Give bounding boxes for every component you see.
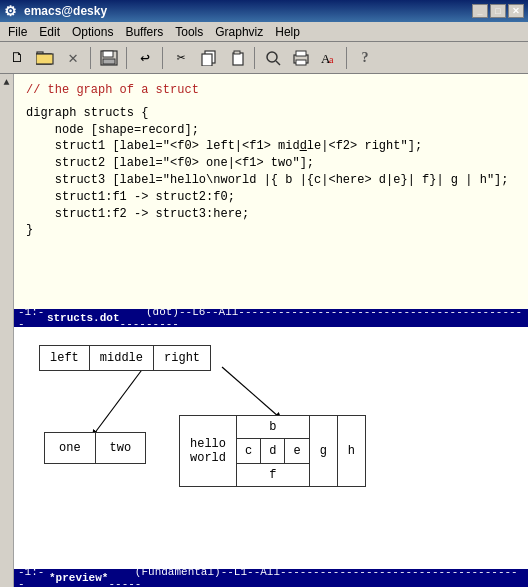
scroll-up-arrow[interactable]: ▲ <box>3 76 9 90</box>
help-button[interactable]: ? <box>352 45 378 71</box>
struct3-c: c <box>237 439 261 463</box>
struct2-table: one two <box>44 432 146 464</box>
code-line-8: } <box>26 222 516 239</box>
code-line-7: struct1:f2 -> struct3:here; <box>26 206 516 223</box>
code-line-4: struct2 [label="<f0> one|<f1> two"]; <box>26 155 516 172</box>
undo-button[interactable]: ↩ <box>132 45 158 71</box>
window-title: emacs@desky <box>24 4 107 18</box>
cut-button[interactable]: ✂ <box>168 45 194 71</box>
struct3-e: e <box>285 439 308 463</box>
svg-line-11 <box>276 61 280 65</box>
struct3-f-row: f <box>237 464 309 486</box>
menu-buffers[interactable]: Buffers <box>119 23 169 41</box>
modeline-bottom: -1:-- *preview* (Fundamental)--L1--All--… <box>14 569 528 587</box>
code-line-2: node [shape=record]; <box>26 122 516 139</box>
svg-line-17 <box>94 367 144 434</box>
svg-rect-9 <box>234 51 240 54</box>
code-line-5: struct3 [label="hello\nworld |{ b |{c|<h… <box>26 172 516 189</box>
struct3-container: helloworld b c d e <box>179 415 366 487</box>
code-line-3: struct1 [label="<f0> left|<f1> middle|<f… <box>26 138 516 155</box>
struct3-d: d <box>261 439 285 463</box>
maximize-button[interactable]: □ <box>490 4 506 18</box>
modeline-bottom-mode: (Fundamental)--L1--All------------------… <box>108 566 524 587</box>
new-file-button[interactable]: 🗋 <box>4 45 30 71</box>
open-file-button[interactable] <box>32 45 58 71</box>
search-button[interactable] <box>260 45 286 71</box>
toolbar-sep-1 <box>90 47 92 69</box>
modeline-top: -1:-- structs.dot (dot)--L6--All--------… <box>14 309 528 327</box>
struct3-h: h <box>338 416 365 486</box>
window-controls: _ □ ✕ <box>472 4 524 18</box>
modeline-bottom-position: -1:-- <box>18 566 49 587</box>
left-gutter: ▲ <box>0 74 14 587</box>
copy-button[interactable] <box>196 45 222 71</box>
struct3-b-row: b <box>237 416 309 439</box>
struct3-nested: b c d e f <box>237 416 310 486</box>
titlebar: ⚙ emacs@desky _ □ ✕ <box>0 0 528 22</box>
paste-button[interactable] <box>224 45 250 71</box>
svg-rect-13 <box>296 51 306 56</box>
menu-options[interactable]: Options <box>66 23 119 41</box>
code-line-1: digraph structs { <box>26 105 516 122</box>
struct3-cde-row: c d e <box>237 439 309 464</box>
svg-rect-2 <box>36 54 53 64</box>
close-file-button[interactable]: ✕ <box>60 45 86 71</box>
struct1-left: left <box>40 346 90 371</box>
code-comment: // the graph of a struct <box>26 82 516 99</box>
svg-rect-5 <box>103 59 115 64</box>
modeline-bottom-filename: *preview* <box>49 572 108 584</box>
menu-graphviz[interactable]: Graphviz <box>209 23 269 41</box>
struct2-one: one <box>45 433 96 464</box>
struct2-two: two <box>95 433 146 464</box>
svg-rect-14 <box>296 60 306 65</box>
struct1-table: left middle right <box>39 345 211 371</box>
app-icon: ⚙ <box>4 3 20 19</box>
menu-help[interactable]: Help <box>269 23 306 41</box>
struct1-right: right <box>154 346 211 371</box>
close-button[interactable]: ✕ <box>508 4 524 18</box>
svg-rect-7 <box>202 54 212 66</box>
modeline-top-filename: structs.dot <box>47 312 120 324</box>
graph-area: left middle right one two <box>24 337 518 559</box>
struct3-g: g <box>310 416 338 486</box>
struct3-helloworld: helloworld <box>180 416 237 486</box>
main-area: ▲ // the graph of a struct digraph struc… <box>0 74 528 587</box>
save-button[interactable] <box>96 45 122 71</box>
toolbar-sep-2 <box>126 47 128 69</box>
struct3-f: f <box>247 464 298 486</box>
svg-rect-8 <box>233 53 243 65</box>
toolbar-sep-4 <box>254 47 256 69</box>
toolbar: 🗋 ✕ ↩ ✂ Aa ? <box>0 42 528 74</box>
svg-point-10 <box>267 52 277 62</box>
editor-panels: // the graph of a struct digraph structs… <box>14 74 528 587</box>
spell-button[interactable]: Aa <box>316 45 342 71</box>
menubar: File Edit Options Buffers Tools Graphviz… <box>0 22 528 42</box>
menu-file[interactable]: File <box>2 23 33 41</box>
print-button[interactable] <box>288 45 314 71</box>
svg-line-18 <box>222 367 279 417</box>
menu-tools[interactable]: Tools <box>169 23 209 41</box>
menu-edit[interactable]: Edit <box>33 23 66 41</box>
code-line-6: struct1:f1 -> struct2:f0; <box>26 189 516 206</box>
code-panel[interactable]: // the graph of a struct digraph structs… <box>14 74 528 309</box>
preview-panel[interactable]: left middle right one two <box>14 327 528 569</box>
svg-rect-4 <box>103 51 113 57</box>
svg-text:a: a <box>329 54 334 65</box>
toolbar-sep-3 <box>162 47 164 69</box>
toolbar-sep-5 <box>346 47 348 69</box>
minimize-button[interactable]: _ <box>472 4 488 18</box>
struct1-middle: middle <box>89 346 153 371</box>
struct3-b: b <box>247 416 298 438</box>
